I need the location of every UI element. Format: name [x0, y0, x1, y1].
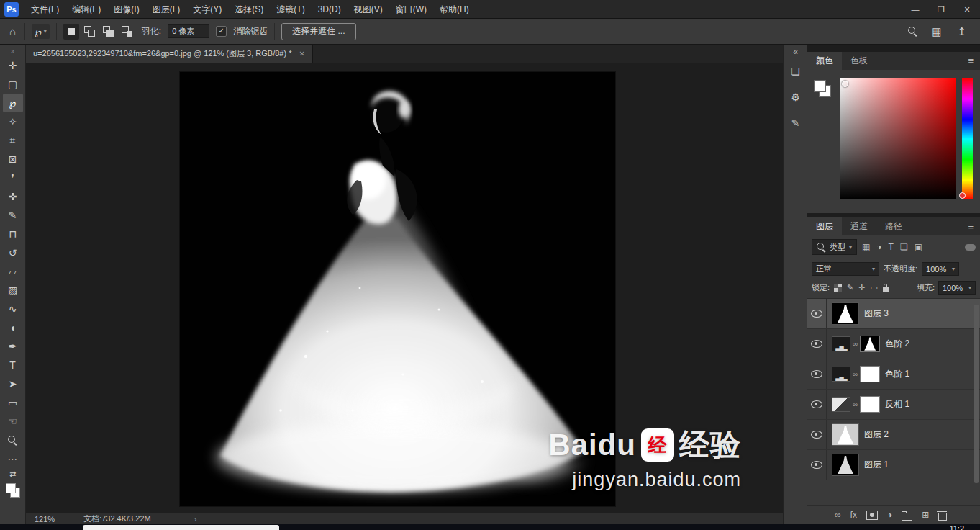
tool-move[interactable]: ✛: [3, 56, 23, 75]
tool-blur[interactable]: ∿: [3, 300, 23, 318]
layer-effects-icon[interactable]: fx: [850, 510, 857, 520]
tab-layers[interactable]: 图层: [807, 217, 842, 235]
tab-color[interactable]: 颜色: [807, 52, 842, 70]
new-selection-mode-button[interactable]: [63, 24, 79, 40]
menu-edit[interactable]: 编辑(E): [65, 0, 107, 19]
lock-pixels-icon[interactable]: ✎: [847, 283, 853, 292]
tab-close-icon[interactable]: ✕: [299, 50, 304, 58]
tool-rectangular-marquee[interactable]: ▢: [3, 75, 23, 94]
layer-thumbnail[interactable]: [832, 454, 859, 476]
brush-settings-panel-button[interactable]: ✎: [786, 110, 806, 136]
adjustments-panel-button[interactable]: ⚙: [786, 84, 806, 110]
add-layer-mask-icon[interactable]: [866, 511, 878, 520]
layer-name[interactable]: 图层 1: [864, 459, 889, 471]
minimize-button[interactable]: —: [902, 0, 928, 19]
select-and-mask-button[interactable]: 选择并遮住 ...: [281, 23, 355, 40]
restore-button[interactable]: ❐: [928, 0, 954, 19]
current-tool-preset[interactable]: ℘ ▾: [32, 24, 50, 39]
menu-layer[interactable]: 图层(L): [146, 0, 187, 19]
link-layers-icon[interactable]: ∞: [835, 510, 841, 520]
feather-input[interactable]: [168, 24, 209, 38]
document-tab[interactable]: u=2656155023,292349710&fm=26&gp=0.jpg @ …: [26, 45, 313, 63]
hue-slider[interactable]: [962, 78, 973, 199]
tool-eyedropper[interactable]: ❜: [3, 169, 23, 187]
tab-swatches[interactable]: 色板: [842, 52, 876, 70]
layer-name[interactable]: 色阶 2: [885, 338, 909, 350]
subtract-selection-mode-button[interactable]: [101, 24, 117, 40]
menu-view[interactable]: 视图(V): [348, 0, 389, 19]
antialias-checkbox[interactable]: ✓: [216, 26, 227, 37]
properties-panel-button[interactable]: ❏: [786, 58, 806, 84]
layer-visibility-toggle[interactable]: [807, 450, 827, 480]
taskbar-search-box[interactable]: [83, 525, 279, 530]
panel-menu-icon[interactable]: ≡: [968, 52, 980, 70]
menu-filter[interactable]: 滤镜(T): [270, 0, 311, 19]
new-adjustment-layer-icon[interactable]: ◑: [887, 510, 892, 520]
tool-clone-stamp[interactable]: ⊓: [3, 225, 23, 243]
layer-row-levels-2[interactable]: ▃▅▂ ∞ 色阶 2: [807, 329, 980, 359]
layer-visibility-toggle[interactable]: [807, 420, 827, 449]
intersect-selection-mode-button[interactable]: [119, 24, 135, 40]
shape-layer-filter-icon[interactable]: ❏: [899, 242, 909, 252]
tool-zoom[interactable]: [3, 431, 23, 449]
swap-colors-icon[interactable]: ⇄: [9, 470, 16, 479]
menu-image[interactable]: 图像(I): [107, 0, 145, 19]
type-layer-filter-icon[interactable]: T: [887, 242, 895, 252]
layer-name[interactable]: 反相 1: [885, 398, 909, 410]
tool-brush[interactable]: ✎: [3, 206, 23, 225]
fill-dropdown[interactable]: 100% ▾: [938, 281, 976, 295]
levels-adjustment-icon[interactable]: ▃▅▂: [832, 336, 850, 351]
add-selection-mode-button[interactable]: [82, 24, 98, 40]
tool-crop[interactable]: ⌗: [3, 131, 23, 150]
close-button[interactable]: ✕: [954, 0, 980, 19]
menu-file[interactable]: 文件(F): [24, 0, 65, 19]
new-layer-icon[interactable]: ⊞: [922, 510, 929, 520]
tool-dodge[interactable]: ◖: [3, 318, 23, 337]
menu-select[interactable]: 选择(S): [228, 0, 270, 19]
tool-gradient[interactable]: ▨: [3, 281, 23, 300]
layer-row-levels-1[interactable]: ▃▅▂ ∞ 色阶 1: [807, 359, 980, 390]
mask-link-icon[interactable]: ∞: [853, 370, 858, 378]
opacity-dropdown[interactable]: 100% ▾: [922, 262, 959, 276]
fg-bg-swatches[interactable]: [813, 78, 833, 107]
levels-adjustment-icon[interactable]: ▃▅▂: [832, 367, 850, 382]
lock-transparency-icon[interactable]: [834, 284, 842, 292]
menu-3d[interactable]: 3D(D): [312, 0, 348, 19]
share-icon[interactable]: ↥: [955, 25, 968, 38]
layer-row-invert-1[interactable]: ∞ 反相 1: [807, 390, 980, 420]
layer-visibility-toggle[interactable]: [807, 299, 827, 328]
tool-eraser[interactable]: ▱: [3, 262, 23, 281]
menu-window[interactable]: 窗口(W): [389, 0, 433, 19]
layer-name[interactable]: 图层 3: [864, 307, 889, 320]
tool-quick-selection[interactable]: ✧: [3, 112, 23, 131]
tool-rectangle[interactable]: ▭: [3, 393, 23, 412]
delete-layer-icon[interactable]: [938, 513, 947, 521]
layer-visibility-toggle[interactable]: [807, 390, 827, 419]
layer-mask-thumbnail[interactable]: [860, 396, 880, 413]
tool-type[interactable]: T: [3, 356, 23, 374]
mask-link-icon[interactable]: ∞: [853, 340, 858, 348]
tool-history-brush[interactable]: ↺: [3, 243, 23, 262]
tool-edit-toolbar[interactable]: ⋯: [3, 449, 23, 468]
tool-hand[interactable]: ☜: [3, 412, 23, 431]
pixel-layer-filter-icon[interactable]: ▦: [861, 242, 871, 252]
color-swatches[interactable]: [4, 482, 22, 499]
adjustment-layer-filter-icon[interactable]: ◑: [875, 242, 883, 252]
layers-scrollbar[interactable]: [974, 305, 979, 483]
zoom-level[interactable]: 121%: [35, 515, 55, 524]
home-icon[interactable]: ⌂: [7, 25, 18, 37]
lock-all-icon[interactable]: [883, 287, 889, 292]
lock-artboard-icon[interactable]: ▭: [871, 283, 878, 292]
workspace-icon[interactable]: ▦: [929, 25, 943, 38]
new-group-icon[interactable]: [902, 513, 912, 521]
dock-expand-icon[interactable]: «: [793, 47, 798, 58]
layer-name[interactable]: 图层 2: [864, 428, 889, 441]
tool-lasso[interactable]: ℘: [3, 94, 23, 112]
layer-row-3[interactable]: 图层 3: [807, 299, 980, 329]
layer-row-1[interactable]: 图层 1: [807, 450, 980, 480]
smart-object-filter-icon[interactable]: ▣: [913, 242, 924, 252]
mask-link-icon[interactable]: ∞: [853, 400, 858, 408]
menu-type[interactable]: 文字(Y): [186, 0, 228, 19]
invert-adjustment-icon[interactable]: [832, 397, 850, 412]
lock-position-icon[interactable]: ✛: [858, 283, 865, 292]
